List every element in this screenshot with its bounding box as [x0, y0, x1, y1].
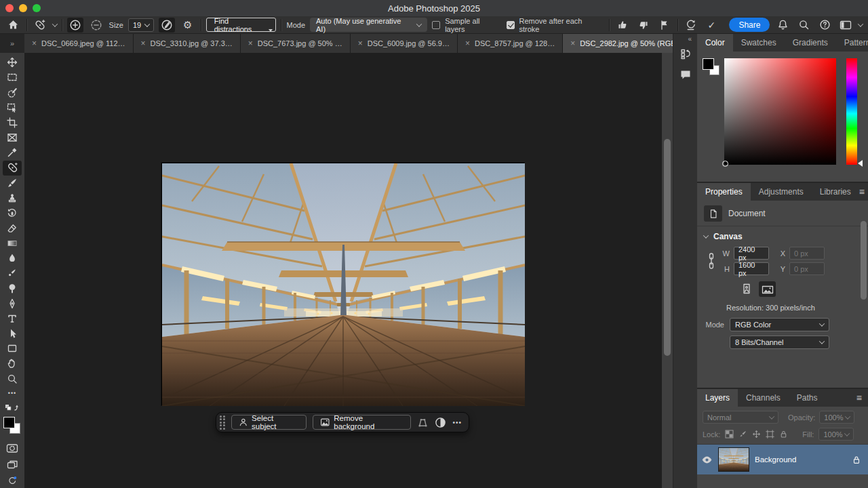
- close-button[interactable]: [5, 4, 14, 12]
- foreground-color-swatch[interactable]: [703, 58, 714, 70]
- foreground-background-swatches[interactable]: [2, 417, 22, 436]
- clone-stamp-tool[interactable]: [3, 190, 22, 205]
- dodge-tool[interactable]: [3, 281, 22, 296]
- search-icon[interactable]: [795, 18, 812, 33]
- close-icon[interactable]: ×: [32, 39, 37, 48]
- eyedropper-tool[interactable]: [3, 145, 22, 160]
- panel-menu-icon[interactable]: ≡: [859, 183, 868, 201]
- canvas-area[interactable]: Select subject Remove background •••: [24, 53, 662, 488]
- home-button[interactable]: [5, 18, 22, 33]
- panel-menu-icon[interactable]: ≡: [856, 389, 868, 407]
- path-selection-tool[interactable]: [3, 326, 22, 341]
- collapse-panels-icon[interactable]: «: [688, 34, 697, 45]
- remove-background-button[interactable]: Remove background: [313, 415, 412, 430]
- smudge-tool[interactable]: [3, 266, 22, 281]
- tab-libraries[interactable]: Libraries: [812, 183, 859, 201]
- hue-slider-arrow[interactable]: [858, 160, 863, 167]
- marquee-tool[interactable]: [3, 70, 22, 85]
- bit-depth-dropdown[interactable]: 8 Bits/Channel: [730, 336, 829, 349]
- close-icon[interactable]: ×: [141, 39, 146, 48]
- canvas-width-input[interactable]: 2400 px: [734, 247, 769, 260]
- workspace-switcher-icon[interactable]: [837, 18, 854, 33]
- chevron-down-icon[interactable]: [52, 21, 58, 26]
- foreground-color-swatch[interactable]: [3, 417, 15, 428]
- add-to-selection-button[interactable]: [67, 18, 83, 33]
- spot-healing-brush-tool[interactable]: [3, 161, 22, 176]
- spot-healing-tool-preset-icon[interactable]: [32, 18, 48, 33]
- canvas-section-header[interactable]: Canvas: [697, 226, 868, 244]
- color-panel-fg-bg-swatches[interactable]: [703, 58, 723, 79]
- history-brush-tool[interactable]: [3, 205, 22, 220]
- crop-tool[interactable]: [3, 115, 22, 130]
- sample-all-layers-checkbox[interactable]: [432, 21, 440, 29]
- opacity-value-dropdown[interactable]: 100%: [819, 411, 854, 424]
- frame-tool[interactable]: [3, 130, 22, 145]
- mode-dropdown[interactable]: Auto (May use generative AI): [310, 18, 427, 32]
- type-tool[interactable]: [3, 311, 22, 326]
- edit-toolbar-ellipsis[interactable]: •••: [3, 386, 22, 401]
- hand-tool[interactable]: [3, 356, 22, 371]
- rectangle-tool[interactable]: [3, 341, 22, 356]
- color-mode-dropdown[interactable]: RGB Color: [730, 318, 829, 331]
- sync-update-icon[interactable]: [3, 473, 22, 488]
- tab-color[interactable]: Color: [697, 34, 733, 52]
- hue-slider[interactable]: [846, 58, 857, 165]
- zoom-tool[interactable]: [3, 371, 22, 386]
- move-tool[interactable]: [3, 55, 22, 70]
- help-icon[interactable]: [816, 18, 833, 33]
- lock-artboard-icon[interactable]: [766, 430, 774, 439]
- eraser-tool[interactable]: [3, 220, 22, 235]
- layer-row-background[interactable]: Background: [697, 445, 868, 474]
- reset-icon[interactable]: [683, 18, 699, 33]
- lock-transparency-icon[interactable]: [725, 430, 734, 439]
- lock-image-icon[interactable]: [738, 430, 747, 439]
- color-field-cursor[interactable]: [722, 161, 728, 167]
- gear-icon[interactable]: ⚙: [180, 18, 196, 33]
- close-icon[interactable]: ×: [358, 39, 363, 48]
- comments-panel-icon[interactable]: [676, 66, 695, 83]
- history-panel-icon[interactable]: [676, 45, 695, 63]
- close-icon[interactable]: ×: [248, 39, 253, 48]
- tab-patterns[interactable]: Patterns: [836, 34, 868, 52]
- transform-icon[interactable]: [417, 417, 429, 428]
- minimize-button[interactable]: [19, 4, 27, 12]
- lock-all-icon[interactable]: [779, 430, 788, 439]
- blend-mode-dropdown[interactable]: Normal: [703, 411, 778, 424]
- layer-visibility-eye-icon[interactable]: [701, 455, 713, 465]
- close-icon[interactable]: ×: [570, 39, 575, 48]
- document-tab[interactable]: × DSC_8757.jpg @ 128…: [458, 34, 563, 53]
- scrollbar-thumb[interactable]: [664, 139, 671, 356]
- tab-gradients[interactable]: Gradients: [785, 34, 836, 52]
- fill-value-dropdown[interactable]: 100%: [818, 428, 854, 441]
- size-dropdown[interactable]: 19: [128, 18, 154, 32]
- subtract-from-selection-button[interactable]: [88, 18, 104, 33]
- object-selection-tool[interactable]: [3, 100, 22, 115]
- blur-tool[interactable]: [3, 251, 22, 266]
- thumbs-down-icon[interactable]: [635, 18, 652, 33]
- share-button[interactable]: Share: [729, 18, 770, 32]
- canvas-vertical-scrollbar[interactable]: [662, 53, 673, 488]
- properties-scrollbar-thumb[interactable]: [861, 221, 867, 300]
- more-options-ellipsis[interactable]: •••: [452, 418, 462, 426]
- select-subject-button[interactable]: Select subject: [231, 415, 307, 430]
- find-distractions-button[interactable]: Find distractions: [206, 18, 277, 32]
- adjustments-contrast-icon[interactable]: [435, 417, 446, 428]
- document-tab-active[interactable]: × DSC_2982.jpg @ 50% (RGB/8) *: [563, 34, 682, 53]
- lasso-tool[interactable]: [3, 85, 22, 100]
- lock-position-icon[interactable]: [752, 430, 761, 439]
- contextual-taskbar[interactable]: Select subject Remove background •••: [216, 412, 469, 432]
- zoom-button[interactable]: [33, 4, 41, 12]
- document-tab[interactable]: × DSC_0669.jpeg @ 112…: [24, 34, 134, 53]
- remove-after-each-stroke-checkbox[interactable]: [507, 21, 515, 29]
- screen-mode-button[interactable]: [3, 458, 22, 472]
- taskbar-drag-handle[interactable]: [220, 415, 225, 430]
- landscape-orientation-button[interactable]: [759, 281, 776, 297]
- quick-mask-button[interactable]: [3, 441, 22, 455]
- saturation-brightness-field[interactable]: [724, 58, 836, 165]
- close-icon[interactable]: ×: [465, 39, 470, 48]
- pen-tool[interactable]: [3, 296, 22, 311]
- gradient-tool[interactable]: [3, 236, 22, 251]
- brush-settings-button[interactable]: [159, 18, 175, 33]
- layer-thumbnail[interactable]: [718, 447, 749, 472]
- tab-paths[interactable]: Paths: [789, 389, 826, 407]
